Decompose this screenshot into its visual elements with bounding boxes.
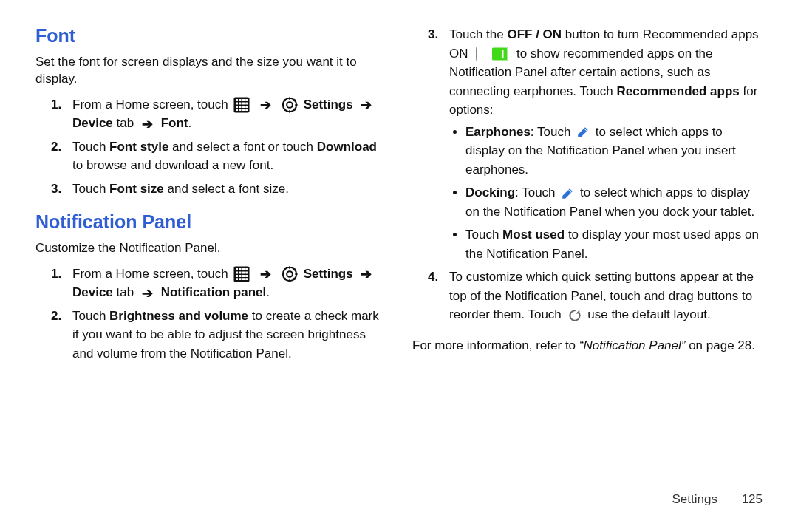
font-step2-download: Download [317,140,377,154]
svg-rect-40 [236,279,238,281]
svg-rect-12 [246,106,248,108]
np-step1-np: Notification panel [161,285,267,299]
svg-rect-32 [236,272,238,274]
svg-rect-34 [242,272,245,274]
np-intro: Customize the Notification Panel. [35,240,386,257]
footer-section: Settings [672,492,717,506]
svg-rect-43 [246,279,248,281]
arrow-icon: ➔ [260,98,271,112]
svg-rect-11 [242,106,245,108]
svg-rect-2 [239,99,242,101]
step3-offon: OFF / ON [507,27,562,41]
font-step1-settings: Settings [304,98,353,112]
svg-rect-29 [239,268,242,270]
font-intro: Set the font for screen displays and the… [35,54,386,88]
ref-title: “Notification Panel” [579,338,686,352]
step3-recapps: Recommended apps [617,84,740,98]
font-steps: From a Home screen, touch ➔ [35,95,386,199]
svg-rect-3 [242,99,245,101]
svg-rect-1 [236,99,238,101]
font-step2-a: Touch [72,140,109,154]
reference-line: For more information, refer to “Notifica… [412,338,763,355]
font-step2-fontstyle: Font style [109,140,168,154]
arrow-icon: ➔ [142,287,153,300]
settings-gear-icon [282,266,298,282]
font-step1-tab: tab [113,116,137,130]
svg-point-45 [287,271,293,277]
svg-rect-7 [242,103,245,105]
svg-rect-38 [242,275,245,277]
font-step3-b: and select a font size. [164,182,289,196]
svg-rect-55 [492,48,508,61]
page-footer: Settings 125 [672,492,763,507]
settings-gear-icon [282,97,298,113]
font-step1-device: Device [72,116,113,130]
svg-rect-37 [239,275,242,277]
arrow-icon: ➔ [361,98,372,112]
svg-rect-36 [236,275,238,277]
svg-rect-16 [246,109,248,111]
step3-a: Touch the [449,27,507,41]
ref-b: on page 28. [685,338,755,352]
earphones-a: : Touch [531,125,574,139]
font-step3-fontsize: Font size [109,182,164,196]
reset-icon [567,308,582,323]
svg-rect-14 [239,109,242,111]
edit-pencil-icon [576,126,590,139]
svg-rect-5 [236,103,238,105]
svg-rect-10 [239,106,242,108]
svg-rect-41 [239,279,242,281]
ref-a: For more information, refer to [412,338,579,352]
font-heading: Font [35,25,386,47]
svg-rect-31 [246,268,248,270]
step3-bullets: Earphones: Touch to select which apps to… [449,123,763,264]
font-step1-font: Font [161,116,188,130]
font-step-1: From a Home screen, touch ➔ [65,95,386,133]
np-step2-bv: Brightness and volume [109,309,248,323]
svg-point-18 [287,102,293,108]
bullet-mostused: Touch Most used to display your most use… [466,225,763,263]
svg-rect-30 [242,268,245,270]
font-step1-end: . [188,116,191,130]
svg-rect-39 [246,275,248,277]
docking-a: : Touch [515,185,559,200]
np-step-4: To customize which quick setting buttons… [442,267,763,324]
np-heading: Notification Panel [35,211,386,233]
font-step2-b: and select a font or touch [168,140,316,154]
toggle-on-icon [476,47,508,61]
svg-rect-4 [246,99,248,101]
svg-rect-42 [242,279,245,281]
font-step2-c: to browse and download a new font. [72,158,273,172]
most-a: Touch [466,228,502,242]
svg-rect-33 [239,272,242,274]
np-step1-text-a: From a Home screen, touch [72,267,228,281]
np-step-3: Touch the OFF / ON button to turn Recomm… [442,25,763,263]
np-step1-settings: Settings [304,267,353,281]
arrow-icon: ➔ [260,267,271,281]
left-column: Font Set the font for screen displays an… [35,25,386,376]
edit-pencil-icon [561,187,574,200]
font-step-3: Touch Font size and select a font size. [65,180,386,199]
np-step2-a: Touch [72,309,109,323]
svg-rect-8 [246,103,248,105]
np-step-2: Touch Brightness and volume to create a … [65,307,386,364]
bullet-docking: Docking: Touch to select which apps to d… [466,183,763,221]
manual-page: Font Set the font for screen displays an… [0,0,798,532]
np-step1-device: Device [72,285,113,299]
svg-rect-9 [236,106,238,108]
step4-b: use the default layout. [587,307,710,321]
most-label: Most used [502,228,565,242]
font-step-2: Touch Font style and select a font or to… [65,137,386,175]
svg-rect-13 [236,109,238,111]
font-step3-a: Touch [72,182,109,196]
svg-rect-35 [246,272,248,274]
docking-label: Docking [466,185,515,200]
svg-rect-6 [239,103,242,105]
arrow-icon: ➔ [142,117,153,131]
np-step1-end: . [266,285,270,299]
np-steps-cont: Touch the OFF / ON button to turn Recomm… [412,25,763,324]
footer-page-number: 125 [742,492,763,506]
apps-grid-icon [233,266,250,282]
svg-rect-28 [236,268,238,270]
np-step1-tab: tab [113,285,137,299]
